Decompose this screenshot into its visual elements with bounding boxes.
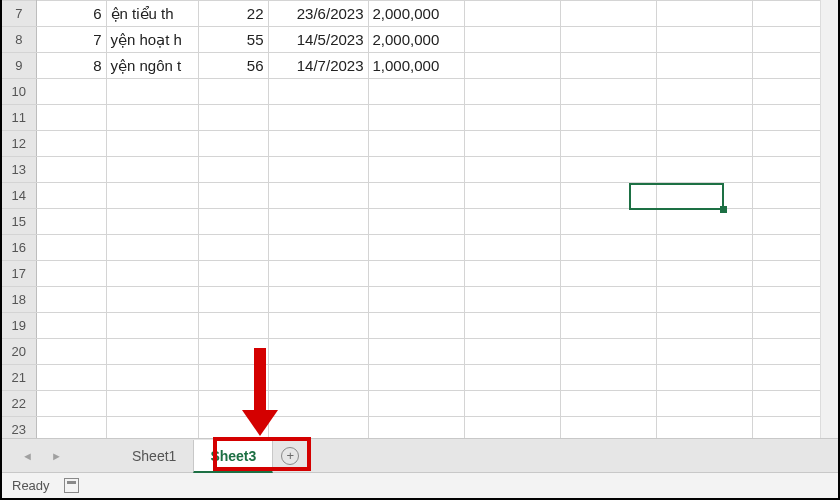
cell[interactable] (36, 339, 106, 365)
cell[interactable] (464, 53, 560, 79)
row-header[interactable]: 21 (2, 365, 36, 391)
row-header[interactable]: 13 (2, 157, 36, 183)
cell[interactable] (464, 79, 560, 105)
cell[interactable] (268, 417, 368, 439)
cell[interactable] (198, 339, 268, 365)
cell[interactable] (198, 183, 268, 209)
cell[interactable] (656, 131, 752, 157)
cell[interactable] (560, 235, 656, 261)
cell[interactable] (36, 105, 106, 131)
cell[interactable] (560, 287, 656, 313)
row-header[interactable]: 22 (2, 391, 36, 417)
cell[interactable]: 14/7/2023 (268, 53, 368, 79)
cell[interactable]: yện ngôn t (106, 53, 198, 79)
row-header[interactable]: 8 (2, 27, 36, 53)
cell[interactable] (198, 209, 268, 235)
cell[interactable] (268, 261, 368, 287)
cell[interactable] (368, 339, 464, 365)
cell[interactable] (656, 53, 752, 79)
cell[interactable] (268, 131, 368, 157)
cell[interactable] (106, 157, 198, 183)
cell[interactable] (656, 261, 752, 287)
cell[interactable] (656, 1, 752, 27)
cell[interactable]: 56 (198, 53, 268, 79)
cell[interactable] (198, 131, 268, 157)
cell[interactable] (656, 417, 752, 439)
row-header[interactable]: 7 (2, 1, 36, 27)
cell[interactable]: 55 (198, 27, 268, 53)
cell[interactable] (656, 79, 752, 105)
cell[interactable]: 1,000,000 (368, 53, 464, 79)
cell[interactable] (268, 157, 368, 183)
cell[interactable] (198, 235, 268, 261)
cell[interactable] (36, 157, 106, 183)
cell[interactable] (106, 339, 198, 365)
cell[interactable] (198, 287, 268, 313)
cell[interactable] (560, 131, 656, 157)
cell[interactable] (464, 209, 560, 235)
cell[interactable] (268, 365, 368, 391)
cell[interactable] (106, 209, 198, 235)
cell[interactable] (198, 157, 268, 183)
cell[interactable] (464, 157, 560, 183)
cell[interactable] (464, 365, 560, 391)
cell[interactable] (560, 417, 656, 439)
cell[interactable]: 2,000,000 (368, 27, 464, 53)
cell[interactable] (268, 313, 368, 339)
cell[interactable] (656, 339, 752, 365)
row-header[interactable]: 20 (2, 339, 36, 365)
cell[interactable]: yện hoạt h (106, 27, 198, 53)
cell[interactable] (656, 287, 752, 313)
cell[interactable] (368, 313, 464, 339)
cell[interactable] (198, 313, 268, 339)
cell[interactable] (464, 235, 560, 261)
cell[interactable] (198, 261, 268, 287)
cell[interactable] (106, 105, 198, 131)
cell[interactable] (368, 105, 464, 131)
cell[interactable] (106, 235, 198, 261)
cell[interactable] (656, 235, 752, 261)
cell[interactable] (464, 417, 560, 439)
cell[interactable]: ện tiểu th (106, 1, 198, 27)
cell[interactable] (36, 365, 106, 391)
cell[interactable] (106, 365, 198, 391)
cell[interactable] (368, 183, 464, 209)
cell[interactable] (198, 79, 268, 105)
cell[interactable] (560, 209, 656, 235)
cell[interactable] (656, 27, 752, 53)
tab-nav-prev-icon[interactable]: ◄ (22, 450, 33, 462)
cell[interactable] (368, 365, 464, 391)
cell[interactable] (198, 391, 268, 417)
cell[interactable] (464, 183, 560, 209)
cell[interactable]: 23/6/2023 (268, 1, 368, 27)
cell[interactable] (198, 105, 268, 131)
cell[interactable]: 14/5/2023 (268, 27, 368, 53)
cell[interactable] (656, 391, 752, 417)
new-sheet-button[interactable]: + (273, 439, 307, 472)
cell[interactable] (36, 313, 106, 339)
cell[interactable] (656, 157, 752, 183)
row-header[interactable]: 11 (2, 105, 36, 131)
cell[interactable] (560, 1, 656, 27)
cell[interactable] (36, 261, 106, 287)
row-header[interactable]: 23 (2, 417, 36, 439)
cell[interactable] (464, 105, 560, 131)
cell[interactable] (268, 339, 368, 365)
cell[interactable] (560, 157, 656, 183)
cell[interactable] (36, 417, 106, 439)
cell[interactable] (464, 391, 560, 417)
cell[interactable]: 22 (198, 1, 268, 27)
cell[interactable] (464, 1, 560, 27)
cell[interactable] (198, 365, 268, 391)
row-header[interactable]: 9 (2, 53, 36, 79)
cell[interactable] (464, 339, 560, 365)
tab-sheet1[interactable]: Sheet1 (116, 439, 193, 472)
cell[interactable] (464, 287, 560, 313)
cell[interactable] (368, 417, 464, 439)
cell[interactable] (560, 79, 656, 105)
cell[interactable] (36, 183, 106, 209)
row-header[interactable]: 15 (2, 209, 36, 235)
fill-handle[interactable] (720, 206, 727, 213)
cell[interactable] (560, 365, 656, 391)
cell[interactable] (464, 261, 560, 287)
